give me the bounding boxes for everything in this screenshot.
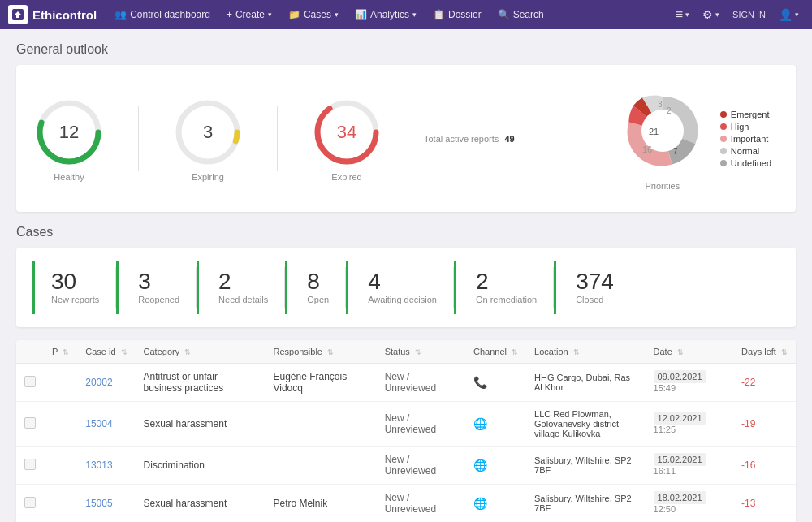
row-status: New / Unreviewed [377,447,465,485]
row-checkbox[interactable] [16,447,44,485]
row-date: 18.02.2021 12:50 [646,485,734,523]
main-content: General outlook 12 Healthy [0,29,812,522]
nav-search[interactable]: 🔍 Search [491,0,551,29]
row-checkbox[interactable] [16,364,44,402]
gauge-expired-label: Expired [331,172,361,182]
stat-open: 8 Open [285,261,345,314]
legend-undefined: Undefined [720,158,771,168]
nav-control-dashboard[interactable]: 👥 Control dashboard [108,0,217,29]
gauge-healthy: 12 Healthy [32,96,106,182]
table-header-row: P ⇅ Case id ⇅ Category ⇅ Responsible ⇅ S… [16,340,796,364]
table-row[interactable]: 13013 Discrimination New / Unreviewed 🌐 … [16,447,796,485]
nav-menu-button[interactable]: ≡ ▾ [671,0,694,29]
row-responsible [265,402,376,447]
stat-need-details: 2 Need details [197,261,284,314]
gauge-expired-container: 34 [310,96,383,169]
th-date[interactable]: Date ⇅ [646,340,734,364]
stat-closed: 374 Closed [554,261,630,314]
th-priority[interactable]: P ⇅ [44,340,77,364]
row-channel: 📞 [465,364,526,402]
svg-text:16: 16 [642,145,652,154]
table-row[interactable]: 15005 Sexual harassment Petro Melnik New… [16,485,796,523]
row-location: HHG Cargo, Dubai, Ras Al Khor [526,364,645,402]
pie-chart-svg: 21 7 16 2 3 [618,86,707,175]
brand-icon [8,5,28,24]
nav-create[interactable]: + Create ▾ [220,0,279,29]
row-category: Sexual harassment [136,485,266,523]
pie-chart-wrap: 21 7 16 2 3 Priorities [618,86,707,191]
row-channel: 🌐 [465,485,526,523]
stat-new-reports: 30 New reports [32,261,115,314]
th-status[interactable]: Status ⇅ [377,340,465,364]
row-daysleft: -13 [733,485,796,523]
svg-text:2: 2 [667,106,672,115]
nav-cases[interactable]: 📁 Cases ▾ [282,0,345,29]
total-section: Total active reports 49 [424,134,515,144]
table-body: 20002 Antitrust or unfair business pract… [16,364,796,523]
row-daysleft: -19 [733,402,796,447]
row-priority [44,485,77,523]
row-responsible: Petro Melnik [265,485,376,523]
nav-signin-button[interactable]: SIGN IN [728,0,771,29]
gauge-expiring-label: Expiring [192,172,224,182]
general-outlook-card: 12 Healthy 3 Expiring [16,65,796,212]
nav-dossier[interactable]: 📋 Dossier [426,0,488,29]
row-priority [44,364,77,402]
th-location[interactable]: Location ⇅ [526,340,645,364]
priorities-label: Priorities [618,181,707,191]
row-checkbox[interactable] [16,485,44,523]
svg-text:7: 7 [673,147,678,156]
row-location: Salisbury, Wiltshire, SP2 7BF [526,485,645,523]
brand-name: Ethicontrol [32,8,97,22]
legend-important: Important [720,134,771,144]
row-channel: 🌐 [465,447,526,485]
gauge-healthy-container: 12 [32,96,106,169]
legend-emergent: Emergent [720,110,771,119]
row-daysleft: -16 [733,447,796,485]
row-category: Discrimination [136,447,266,485]
row-location: Salisbury, Wiltshire, SP2 7BF [526,447,645,485]
th-checkbox [16,340,44,364]
general-outlook-title: General outlook [16,42,796,57]
svg-text:3: 3 [658,100,663,109]
nav-settings-button[interactable]: ⚙ ▾ [698,0,724,29]
row-caseid: 15004 [77,402,135,447]
row-category: Antitrust or unfair business practices [136,364,266,402]
th-channel[interactable]: Channel ⇅ [465,340,526,364]
stat-awaiting: 4 Awaiting decision [346,261,453,314]
th-responsible[interactable]: Responsible ⇅ [265,340,376,364]
total-active-label: Total active reports 49 [424,134,515,144]
stat-remediation: 2 On remediation [454,261,553,314]
row-channel: 🌐 [465,402,526,447]
nav-analytics[interactable]: 📊 Analytics ▾ [348,0,423,29]
gauge-expiring: 3 Expiring [171,96,244,182]
row-responsible: Eugène François Vidocq [265,364,376,402]
gauge-expiring-container: 3 [171,96,244,169]
table-row[interactable]: 20002 Antitrust or unfair business pract… [16,364,796,402]
gauge-healthy-value: 12 [59,122,79,143]
row-status: New / Unreviewed [377,364,465,402]
cases-table-card: P ⇅ Case id ⇅ Category ⇅ Responsible ⇅ S… [16,340,796,522]
cases-table: P ⇅ Case id ⇅ Category ⇅ Responsible ⇅ S… [16,340,796,522]
row-priority [44,402,77,447]
row-location: LLC Red Plowman, Golovanevsky district, … [526,402,645,447]
row-date: 09.02.2021 15:49 [646,364,734,402]
gauge-divider-1 [138,106,139,171]
pie-legend: Emergent High Important Normal [720,110,771,168]
control-dashboard-icon: 👥 [114,9,127,20]
th-caseid[interactable]: Case id ⇅ [77,340,135,364]
legend-high: High [720,122,771,132]
row-caseid: 20002 [77,364,135,402]
stat-reopened: 3 Reopened [116,261,196,314]
nav-user-button[interactable]: 👤 ▾ [774,0,804,29]
row-date: 12.02.2021 11:25 [646,402,734,447]
brand[interactable]: Ethicontrol [8,5,97,24]
legend-normal: Normal [720,146,771,156]
gauge-expired: 34 Expired [310,96,383,182]
th-category[interactable]: Category ⇅ [136,340,266,364]
svg-text:21: 21 [649,127,659,136]
table-row[interactable]: 15004 Sexual harassment New / Unreviewed… [16,402,796,447]
priorities-section: 21 7 16 2 3 Priorities Emergent [618,86,780,191]
row-checkbox[interactable] [16,402,44,447]
th-daysleft[interactable]: Days left ⇅ [733,340,796,364]
